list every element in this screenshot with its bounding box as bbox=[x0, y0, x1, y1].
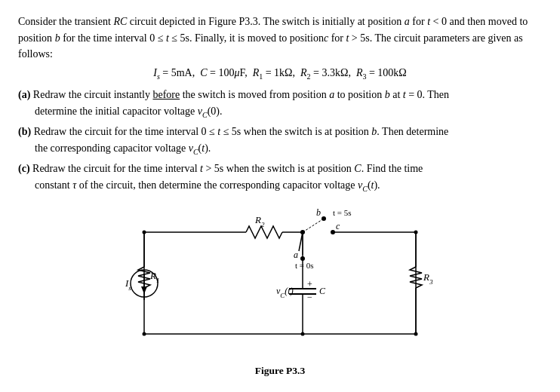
svg-point-31 bbox=[414, 332, 418, 335]
circuit-diagram: Is R1 R2 a t = 0s bbox=[84, 202, 476, 360]
svg-point-29 bbox=[143, 332, 146, 335]
problem-intro: Consider the transient RC circuit depict… bbox=[18, 14, 542, 63]
svg-text:+: + bbox=[307, 279, 312, 289]
svg-point-18 bbox=[331, 230, 335, 234]
R2-label: R2 bbox=[254, 214, 265, 228]
R3-label: R3 bbox=[423, 271, 433, 286]
C-label: C bbox=[319, 286, 326, 296]
t5-label: t = 5s bbox=[333, 208, 352, 217]
b-label: b bbox=[316, 207, 321, 218]
Is-label: Is bbox=[125, 277, 131, 292]
t0-label: t = 0s bbox=[295, 261, 314, 270]
a-label: a bbox=[294, 250, 298, 260]
vc-label: vC(t) bbox=[276, 286, 294, 299]
figure-area: Is R1 R2 a t = 0s bbox=[18, 202, 542, 377]
svg-line-17 bbox=[303, 219, 324, 232]
c-label: c bbox=[336, 221, 340, 231]
svg-text:−: − bbox=[307, 292, 312, 302]
R1-label: R1 bbox=[149, 270, 159, 284]
equation: Is = 5mA, C = 100μF, R1 = 1kΩ, R2 = 3.3k… bbox=[18, 67, 542, 81]
svg-point-30 bbox=[414, 230, 418, 234]
svg-point-28 bbox=[143, 230, 146, 234]
figure-caption: Figure P3.3 bbox=[255, 365, 306, 377]
svg-point-32 bbox=[301, 332, 305, 335]
parts: (a) Redraw the circuit instantly before … bbox=[18, 87, 542, 194]
